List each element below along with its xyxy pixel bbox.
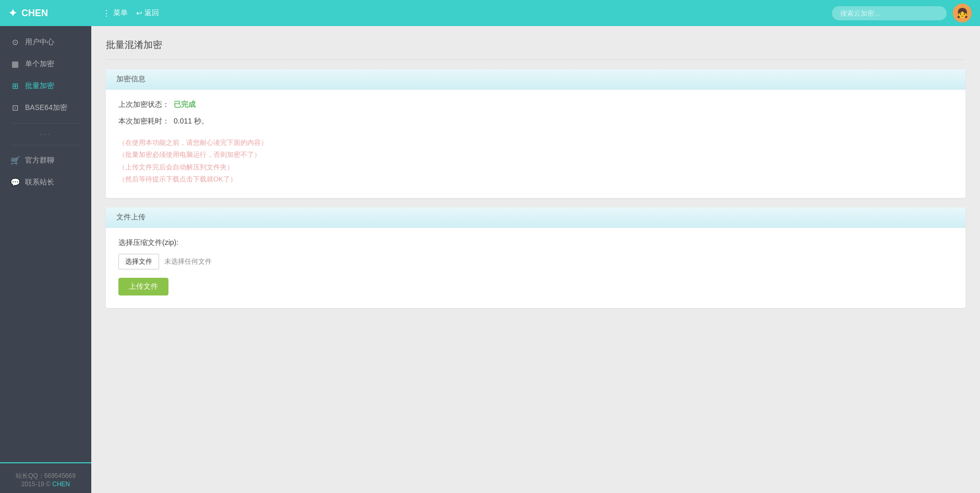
sidebar-divider-2 bbox=[10, 145, 81, 145]
encrypt-info-card: 加密信息 上次加密状态： 已完成 本次加密耗时： 0.011 秒。 （在使用本功… bbox=[106, 69, 965, 198]
single-encrypt-icon: ▦ bbox=[10, 59, 20, 69]
avatar-emoji: 👧 bbox=[957, 7, 968, 19]
encrypt-status-row: 上次加密状态： 已完成 bbox=[118, 100, 953, 109]
sidebar-nav: ⊙ 用户中心 ▦ 单个加密 ⊞ 批量加密 ⊡ BASE64加密 ··· 🛒 官方… bbox=[0, 26, 91, 462]
sidebar-copyright: 2015-19 © CHEN bbox=[0, 480, 91, 488]
back-label: 返回 bbox=[144, 8, 159, 18]
star-icon: ✦ bbox=[8, 7, 17, 19]
menu-dots-icon: ⋮ bbox=[102, 8, 111, 18]
user-center-icon: ⊙ bbox=[10, 38, 20, 47]
file-upload-card: 文件上传 选择压缩文件(zip): 选择文件 未选择任何文件 上传文件 bbox=[106, 207, 965, 308]
avatar[interactable]: 👧 bbox=[953, 4, 972, 22]
back-arrow-icon: ↩ bbox=[136, 9, 142, 17]
notice-1: （批量加密必须使用电脑运行，否则加密不了） bbox=[118, 149, 953, 161]
sidebar-item-single-encrypt[interactable]: ▦ 单个加密 bbox=[0, 53, 91, 75]
encrypt-info-title: 加密信息 bbox=[116, 75, 146, 83]
search-area bbox=[832, 6, 947, 20]
sidebar-item-base64[interactable]: ⊡ BASE64加密 bbox=[0, 97, 91, 119]
sidebar-item-official-group[interactable]: 🛒 官方群聊 bbox=[0, 150, 91, 171]
notice-0: （在使用本功能之前，请您耐心读完下面的内容） bbox=[118, 137, 953, 149]
notice-2: （上传文件完后会自动解压到文件夹） bbox=[118, 161, 953, 173]
sidebar-item-batch-encrypt[interactable]: ⊞ 批量加密 bbox=[0, 75, 91, 97]
sidebar: ⊙ 用户中心 ▦ 单个加密 ⊞ 批量加密 ⊡ BASE64加密 ··· 🛒 官方… bbox=[0, 26, 91, 493]
file-input-row: 选择文件 未选择任何文件 bbox=[118, 254, 953, 269]
sidebar-item-label: 联系站长 bbox=[25, 178, 54, 187]
search-input[interactable] bbox=[832, 6, 947, 20]
sidebar-dots: ··· bbox=[0, 128, 91, 141]
sidebar-item-label: BASE64加密 bbox=[25, 103, 67, 113]
file-label: 选择压缩文件(zip): bbox=[118, 238, 953, 248]
brand-text: CHEN bbox=[52, 480, 70, 488]
top-nav: ✦ CHEN ⋮ 菜单 ↩ 返回 👧 bbox=[0, 0, 980, 26]
menu-label: 菜单 bbox=[113, 8, 128, 18]
encrypt-time-row: 本次加密耗时： 0.011 秒。 bbox=[118, 117, 953, 126]
page-title: 批量混淆加密 bbox=[91, 26, 980, 59]
main-content: 批量混淆加密 加密信息 上次加密状态： 已完成 本次加密耗时： 0.011 秒。… bbox=[91, 26, 980, 493]
sidebar-item-label: 官方群聊 bbox=[25, 156, 54, 165]
status-label: 上次加密状态： bbox=[118, 100, 170, 109]
sidebar-item-label: 批量加密 bbox=[25, 81, 54, 91]
back-button[interactable]: ↩ 返回 bbox=[136, 8, 159, 18]
base64-icon: ⊡ bbox=[10, 103, 20, 113]
encrypt-info-body: 上次加密状态： 已完成 本次加密耗时： 0.011 秒。 （在使用本功能之前，请… bbox=[106, 90, 965, 198]
time-value: 0.011 秒。 bbox=[174, 117, 209, 126]
upload-button[interactable]: 上传文件 bbox=[118, 278, 168, 295]
encrypt-notices: （在使用本功能之前，请您耐心读完下面的内容） （批量加密必须使用电脑运行，否则加… bbox=[118, 137, 953, 186]
layout: ⊙ 用户中心 ▦ 单个加密 ⊞ 批量加密 ⊡ BASE64加密 ··· 🛒 官方… bbox=[0, 26, 980, 493]
sidebar-item-label: 单个加密 bbox=[25, 59, 54, 69]
group-icon: 🛒 bbox=[10, 156, 20, 165]
contact-icon: 💬 bbox=[10, 178, 20, 187]
sidebar-qq: 站长QQ：669545669 bbox=[0, 472, 91, 480]
qq-label: 站长QQ： bbox=[16, 472, 44, 479]
status-value: 已完成 bbox=[174, 100, 196, 109]
page-divider bbox=[106, 59, 965, 60]
brand-logo: ✦ CHEN bbox=[8, 7, 102, 19]
choose-file-button[interactable]: 选择文件 bbox=[118, 254, 159, 269]
file-upload-title: 文件上传 bbox=[116, 213, 146, 221]
sidebar-item-label: 用户中心 bbox=[25, 38, 54, 47]
topnav-actions: ⋮ 菜单 ↩ 返回 bbox=[102, 8, 832, 18]
qq-number: 669545669 bbox=[44, 472, 76, 479]
notice-3: （然后等待提示下载点击下载就OK了） bbox=[118, 173, 953, 185]
brand-name: CHEN bbox=[21, 8, 48, 19]
sidebar-item-contact-admin[interactable]: 💬 联系站长 bbox=[0, 171, 91, 193]
sidebar-divider bbox=[10, 123, 81, 124]
batch-encrypt-icon: ⊞ bbox=[10, 81, 20, 91]
time-label: 本次加密耗时： bbox=[118, 117, 170, 126]
sidebar-item-user-center[interactable]: ⊙ 用户中心 bbox=[0, 31, 91, 53]
copyright-text: 2015-19 © bbox=[21, 480, 53, 488]
file-upload-body: 选择压缩文件(zip): 选择文件 未选择任何文件 上传文件 bbox=[106, 228, 965, 308]
encrypt-info-header: 加密信息 bbox=[106, 69, 965, 90]
menu-button[interactable]: ⋮ 菜单 bbox=[102, 8, 128, 18]
file-name-display: 未选择任何文件 bbox=[164, 257, 212, 266]
file-upload-header: 文件上传 bbox=[106, 207, 965, 228]
sidebar-footer: 站长QQ：669545669 2015-19 © CHEN bbox=[0, 462, 91, 493]
